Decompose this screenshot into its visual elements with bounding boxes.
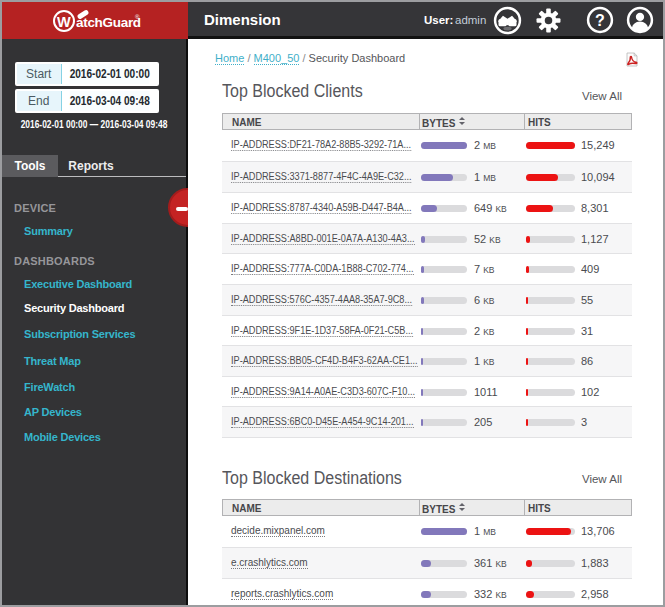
svg-text:?: ?	[595, 11, 605, 29]
